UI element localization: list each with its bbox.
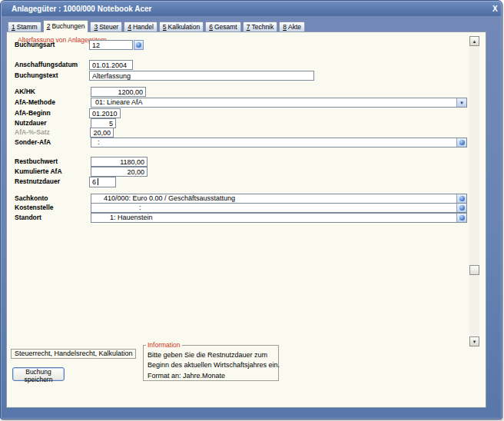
info-line: Format an: Jahre.Monate	[148, 371, 278, 381]
tab-label: Kalkulation	[168, 23, 201, 31]
tab-number: 3	[94, 23, 98, 31]
scroll-down-button[interactable]: ▼	[469, 336, 479, 346]
restbuchwert-input[interactable]	[91, 157, 148, 167]
tab-label: Stamm	[17, 23, 38, 31]
anschaffungsdatum-input[interactable]	[89, 60, 133, 70]
afa-beginn-input[interactable]	[89, 108, 121, 118]
afa-methode-value: 01: Lineare AfA	[91, 98, 456, 107]
sachkonto-value: 410/000: Euro 0.00 / Geschäftsausstattun…	[91, 194, 456, 203]
afa-methode-select[interactable]: 01: Lineare AfA ▼	[91, 98, 467, 108]
window-title: Anlagegüter : 1000/000 Notebook Acer	[12, 5, 151, 13]
info-line: Bitte geben Sie die Restnutzdauer zum	[148, 350, 278, 360]
kumulierte-afa-input[interactable]	[91, 167, 148, 177]
sonder-afa-spinner-button[interactable]	[456, 138, 466, 147]
sonder-afa-label: Sonder-AfA	[15, 138, 51, 147]
close-icon[interactable]: X	[490, 5, 500, 13]
tab-number: 5	[163, 23, 167, 31]
tab-label: Buchungen	[51, 22, 85, 30]
info-line: Beginn des aktuellen Wirtschaftsjahres e…	[148, 360, 278, 370]
kostenstelle-value: :	[91, 204, 456, 212]
titlebar[interactable]: Anlagegüter : 1000/000 Notebook Acer X	[2, 2, 501, 16]
sachkonto-spinner-button[interactable]	[456, 194, 466, 203]
anschaffungsdatum-label: Anschaffungsdatum	[15, 61, 78, 69]
text-cursor	[98, 178, 98, 185]
tab-number: 2	[47, 22, 51, 30]
tab-label: Akte	[288, 23, 301, 31]
tab-kalkulation[interactable]: 5Kalkulation	[159, 22, 204, 31]
standort-value: 1: Hauenstein	[91, 214, 456, 222]
afa-beginn-label: AfA-Beginn	[15, 109, 51, 118]
buchungsart-input[interactable]	[89, 40, 133, 50]
ak-hk-label: AK/HK	[15, 88, 35, 96]
buchungstext-input[interactable]	[89, 71, 314, 81]
tab-number: 4	[128, 23, 131, 31]
sonder-afa-value: :	[91, 138, 456, 147]
tab-akte[interactable]: 8Akte	[279, 22, 305, 31]
tab-handel[interactable]: 4Handel	[124, 22, 158, 31]
restnutzdauer-label: Restnutzdauer	[15, 177, 60, 186]
updown-icon	[459, 215, 465, 220]
afa-methode-label: AfA-Methode	[15, 98, 55, 107]
buchungsart-label: Buchungsart	[15, 41, 55, 49]
asset-window: Anlagegüter : 1000/000 Notebook Acer X 1…	[0, 0, 504, 421]
information-legend: Information	[146, 341, 182, 349]
scroll-up-button[interactable]: ▲	[469, 36, 479, 46]
updown-icon	[459, 140, 465, 145]
vertical-scrollbar: ▲ ▼	[469, 36, 479, 346]
kumulierte-afa-label: Kumulierte AfA	[15, 167, 62, 176]
save-booking-button[interactable]: Buchung speichern	[12, 367, 65, 381]
scroll-thumb[interactable]	[469, 265, 479, 275]
updown-icon	[459, 205, 465, 210]
kostenstelle-label: Kostenstelle	[15, 204, 54, 212]
afa-methode-dropdown-button[interactable]: ▼	[456, 98, 466, 107]
buchungsart-spinner-button[interactable]	[134, 40, 144, 50]
tab-label: Gesamt	[214, 23, 237, 31]
restbuchwert-label: Restbuchwert	[15, 157, 58, 166]
tab-stamm[interactable]: 1Stamm	[8, 22, 41, 31]
tab-buchungen[interactable]: 2Buchungen	[43, 20, 89, 32]
tab-number: 1	[12, 23, 15, 31]
standort-spinner-button[interactable]	[456, 214, 466, 222]
tab-label: Technik	[251, 23, 274, 31]
tab-technik[interactable]: 7Technik	[243, 22, 278, 31]
ak-hk-input[interactable]	[91, 87, 146, 97]
nutzdauer-label: Nutzdauer	[15, 119, 47, 128]
information-box: Bitte geben Sie die Restnutzdauer zum Be…	[143, 345, 279, 381]
afa-prozent-satz-input[interactable]	[90, 128, 114, 138]
tab-number: 7	[247, 23, 250, 31]
sonder-afa-select[interactable]: :	[91, 138, 467, 148]
tab-label: Handel	[133, 23, 154, 31]
status-text: Steuerrecht, Handelsrecht, Kalkulation	[12, 350, 135, 358]
status-box: Steuerrecht, Handelsrecht, Kalkulation	[11, 349, 136, 359]
tab-label: Steuer	[99, 23, 118, 31]
tab-strip: 1Stamm 2Buchungen 3Steuer 4Handel 5Kalku…	[8, 19, 307, 31]
buchungstext-label: Buchungstext	[15, 71, 58, 80]
scroll-up-icon: ▲	[472, 39, 477, 44]
updown-icon	[459, 196, 465, 201]
standort-select[interactable]: 1: Hauenstein	[91, 213, 467, 223]
sachkonto-label: Sachkonto	[15, 194, 48, 203]
afa-prozent-satz-label: AfA-%-Satz	[15, 128, 50, 137]
restnutzdauer-input[interactable]	[89, 177, 116, 187]
tab-number: 8	[283, 23, 287, 31]
tab-gesamt[interactable]: 6Gesamt	[205, 22, 241, 31]
kostenstelle-select[interactable]: :	[91, 203, 467, 213]
tab-steuer[interactable]: 3Steuer	[90, 22, 122, 31]
dropdown-arrow-icon: ▼	[459, 101, 464, 105]
updown-icon	[136, 42, 141, 48]
tab-number: 6	[209, 23, 213, 31]
standort-label: Standort	[15, 214, 41, 222]
kostenstelle-spinner-button[interactable]	[456, 204, 466, 212]
scroll-down-icon: ▼	[472, 340, 477, 344]
